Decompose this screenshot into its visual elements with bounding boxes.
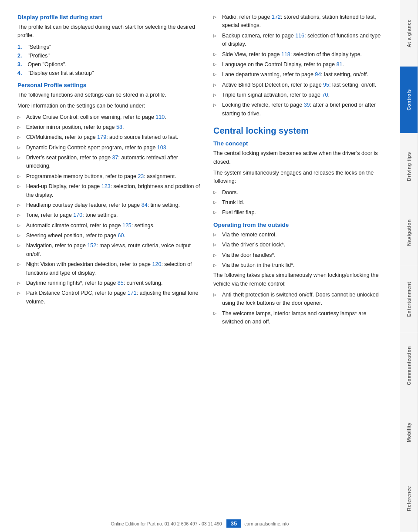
concept-bullets: Doors. Trunk lid. Fuel filler flap. — [213, 189, 383, 217]
bullet-item: Night Vision with pedestrian detection, … — [17, 260, 200, 277]
display-profile-steps: 1. "Settings" 2. "Profiles" 3. Open "Opt… — [17, 43, 200, 77]
left-column: Display profile list during start The pr… — [17, 13, 200, 515]
bullet-item: Via the driver’s door lock*. — [213, 241, 383, 249]
outside-title: Operating from the outside — [213, 222, 383, 228]
bullet-item: Doors. — [213, 189, 383, 197]
sidebar-tab-navigation[interactable]: Navigation — [400, 199, 418, 266]
sidebar-tab-communication[interactable]: Communication — [400, 333, 418, 399]
concept-text1: The central locking system becomes activ… — [213, 149, 383, 166]
footer-url: carmanualsonline.info — [244, 521, 289, 526]
sidebar: At a glance Controls Driving tips Naviga… — [400, 0, 418, 532]
bullet-item: Via the door handles*. — [213, 251, 383, 259]
outside-text: The following takes place simultaneously… — [213, 271, 383, 288]
concept-title: The concept — [213, 140, 383, 147]
bullet-item: Headlamp courtesy delay feature, refer t… — [17, 201, 200, 209]
central-locking-title: Central locking system — [213, 126, 383, 136]
bullet-item: Via the button in the trunk lid*. — [213, 261, 383, 269]
bullet-item: Head-up Display, refer to page 123: sele… — [17, 182, 200, 199]
step-3: 3. Open "Options". — [17, 60, 200, 69]
step-4: 4. "Display user list at startup" — [17, 69, 200, 77]
remote-bullets: Anti-theft protection is switched on/off… — [213, 291, 383, 327]
bullet-item: Driver’s seat position, refer to page 37… — [17, 154, 200, 171]
bullet-item: CD/Multimedia, refer to page 179: audio … — [17, 133, 200, 141]
personal-profile-bullets: Active Cruise Control: collision warning… — [17, 113, 200, 306]
bullet-item: Anti-theft protection is switched on/off… — [213, 291, 383, 308]
bullet-item: Side View, refer to page 118: selection … — [213, 51, 383, 59]
bullet-item: Navigation, refer to page 152: map views… — [17, 242, 200, 259]
bullet-item: Active Blind Spot Detection, refer to pa… — [213, 81, 383, 89]
bullet-item: Tone, refer to page 170: tone settings. — [17, 211, 200, 219]
section-title-display-profile: Display profile list during start — [17, 14, 200, 20]
page-footer: Online Edition for Part no. 01 40 2 606 … — [0, 519, 400, 528]
sidebar-tab-entertainment[interactable]: Entertainment — [400, 266, 418, 333]
continuation-bullets: Radio, refer to page 172: stored station… — [213, 13, 383, 118]
section-personal-profile: Personal Profile settings The following … — [17, 82, 200, 306]
step-1: 1. "Settings" — [17, 43, 200, 51]
bullet-item: Daytime running lights*, refer to page 8… — [17, 279, 200, 287]
bullet-item: Exterior mirror position, refer to page … — [17, 123, 200, 131]
bullet-item: Programmable memory buttons, refer to pa… — [17, 172, 200, 181]
bullet-item: Active Cruise Control: collision warning… — [17, 113, 200, 121]
sidebar-tab-driving-tips[interactable]: Driving tips — [400, 133, 418, 200]
display-profile-description: The profile list can be displayed during… — [17, 23, 200, 40]
bullet-item: Language on the Control Display, refer t… — [213, 61, 383, 69]
right-column: Radio, refer to page 172: stored station… — [213, 13, 383, 515]
personal-profile-desc1: The following functions and settings can… — [17, 91, 200, 99]
bullet-item: Steering wheel position, refer to page 6… — [17, 232, 200, 240]
personal-profile-desc2: More information on the settings can be … — [17, 102, 200, 110]
footer-text: Online Edition for Part no. 01 40 2 606 … — [111, 521, 222, 526]
bullet-item: Backup camera, refer to page 116: select… — [213, 32, 383, 49]
page-number: 35 — [226, 519, 241, 528]
outside-bullets: Via the remote control. Via the driver’s… — [213, 231, 383, 270]
sidebar-tab-reference[interactable]: Reference — [400, 465, 418, 532]
sidebar-tab-controls[interactable]: Controls — [400, 67, 418, 133]
sidebar-tab-at-a-glance[interactable]: At a glance — [400, 0, 418, 67]
bullet-item: Automatic climate control, refer to page… — [17, 222, 200, 230]
bullet-item: Park Distance Control PDC, refer to page… — [17, 289, 200, 306]
bullet-item: Fuel filler flap. — [213, 209, 383, 217]
bullet-item: The welcome lamps, interior lamps and co… — [213, 310, 383, 327]
bullet-item: Triple turn signal activation, refer to … — [213, 91, 383, 99]
sidebar-tab-mobility[interactable]: Mobility — [400, 399, 418, 466]
section-central-locking: Central locking system The concept The c… — [213, 126, 383, 326]
bullet-item: Trunk lid. — [213, 199, 383, 207]
step-2: 2. "Profiles" — [17, 51, 200, 60]
section-title-personal-profile: Personal Profile settings — [17, 82, 200, 88]
bullet-item: Via the remote control. — [213, 231, 383, 239]
bullet-item: Locking the vehicle, refer to page 39: a… — [213, 101, 383, 118]
bullet-item: Radio, refer to page 172: stored station… — [213, 13, 383, 30]
concept-text2: The system simultaneously engages and re… — [213, 169, 383, 186]
bullet-item: Dynamic Driving Control: sport program, … — [17, 144, 200, 152]
bullet-item: Lane departure warning, refer to page 94… — [213, 71, 383, 79]
section-display-profile: Display profile list during start The pr… — [17, 14, 200, 77]
